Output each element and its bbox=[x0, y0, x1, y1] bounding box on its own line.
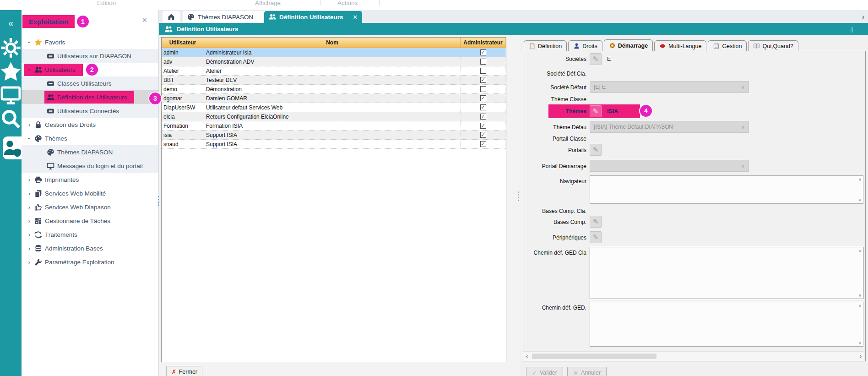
table-row-elcia[interactable]: elciaRetours Configuration ElciaOnline✓ bbox=[162, 112, 506, 121]
tree-item-imprimantes[interactable]: ›Imprimantes bbox=[22, 173, 158, 186]
horizontal-scrollbar[interactable]: ‹ › bbox=[523, 351, 864, 360]
scroll-down-icon[interactable]: ∨ bbox=[858, 340, 862, 345]
portail-demarrage-select[interactable]: ∨ bbox=[590, 160, 749, 172]
table-row-dgomar[interactable]: dgomarDamien GOMAR✓ bbox=[162, 94, 506, 103]
modules-wheel-icon[interactable] bbox=[0, 38, 22, 57]
table-row-adv[interactable]: advDémonstration ADV bbox=[162, 57, 506, 66]
tree-item-utilisateurs-connectes[interactable]: Utilisateurs Connectés bbox=[22, 104, 158, 118]
themes-picker-button[interactable]: ✎ bbox=[590, 105, 602, 117]
societes-picker-button[interactable]: ✎ bbox=[590, 53, 602, 65]
column-header-utilisateur[interactable]: Utilisateur bbox=[162, 38, 204, 48]
admin-checkbox[interactable] bbox=[480, 86, 486, 92]
menu-actions[interactable]: Actions bbox=[337, 0, 358, 6]
search-icon[interactable] bbox=[0, 109, 22, 128]
chevron-right-icon[interactable]: › bbox=[25, 190, 33, 197]
table-row-diapusersw[interactable]: DiapUserSWUtilisateur defaut Services We… bbox=[162, 103, 506, 112]
admin-checkbox-checked[interactable]: ✓ bbox=[480, 114, 486, 120]
menu-separator bbox=[220, 0, 220, 5]
fermer-button[interactable]: ✗ Fermer bbox=[166, 366, 202, 376]
tree-item-gestionnaire-de-taches[interactable]: ›Gestionnaire de Tâches bbox=[22, 214, 158, 228]
chevron-down-icon[interactable]: › bbox=[26, 65, 33, 74]
people-icon bbox=[269, 13, 276, 21]
scroll-left-icon[interactable]: ‹ bbox=[523, 353, 531, 360]
chevron-right-icon[interactable]: › bbox=[25, 259, 33, 266]
tree-item-traitements[interactable]: ›Traitements bbox=[22, 228, 158, 241]
favorites-icon[interactable] bbox=[0, 62, 22, 81]
tree-item-utilisateurs-sur-diapason[interactable]: Utilisateurs sur DIAPASON bbox=[22, 49, 158, 63]
admin-checkbox[interactable] bbox=[480, 68, 486, 74]
scrollbar-thumb[interactable] bbox=[532, 354, 656, 359]
scroll-down-icon[interactable]: ∨ bbox=[858, 293, 862, 298]
admin-checkbox-checked[interactable]: ✓ bbox=[480, 77, 486, 83]
detail-tab-demarrage[interactable]: Démarrage bbox=[604, 39, 653, 51]
chemin-ged-cla-textarea[interactable]: ∧ ∨ bbox=[590, 247, 863, 299]
close-icon[interactable]: ✕ bbox=[141, 16, 147, 24]
valider-button[interactable]: ✓ Valider bbox=[526, 367, 563, 376]
tab-home[interactable] bbox=[163, 11, 180, 23]
scroll-down-icon[interactable]: ∨ bbox=[858, 197, 862, 202]
admin-checkbox[interactable] bbox=[480, 59, 486, 65]
tree-item-themes[interactable]: ›Thèmes bbox=[22, 131, 158, 145]
tree-item-parametrage-exploitation[interactable]: ›Paramétrage Exploitation bbox=[22, 255, 158, 269]
admin-checkbox-checked[interactable]: ✓ bbox=[480, 132, 486, 138]
column-header-administrateur[interactable]: Administrateur bbox=[461, 38, 506, 48]
admin-checkbox-checked[interactable]: ✓ bbox=[480, 104, 486, 110]
bases-comp-picker-button[interactable]: ✎ bbox=[590, 216, 602, 228]
detail-tab-qui-quand[interactable]: Qui,Quand? bbox=[748, 40, 798, 51]
chevron-right-icon[interactable]: › bbox=[25, 245, 33, 252]
detail-tab-gestion[interactable]: Gestion bbox=[708, 40, 747, 51]
chevron-right-icon[interactable]: › bbox=[25, 204, 33, 211]
table-row-atelier[interactable]: AtelierAtelier bbox=[162, 66, 506, 76]
tab-themes-diapason[interactable]: Thèmes DIAPASON✕ bbox=[183, 11, 272, 23]
table-row-demo[interactable]: demoDémonstration bbox=[162, 85, 506, 94]
table-row-isia[interactable]: isiaSupport ISIA✓ bbox=[162, 131, 506, 140]
chevron-right-icon[interactable]: › bbox=[25, 121, 33, 128]
scroll-up-icon[interactable]: ∧ bbox=[858, 248, 862, 253]
close-tab-icon[interactable]: ✕ bbox=[353, 14, 358, 21]
user-security-active-item[interactable] bbox=[3, 136, 22, 159]
menu-affichage[interactable]: Affichage bbox=[255, 0, 281, 6]
tree-item-services-web-diapason[interactable]: ›Services Web Diapason bbox=[22, 200, 158, 214]
tree-item-favoris[interactable]: ›Favoris bbox=[22, 35, 158, 49]
tab-definition-utilisateurs[interactable]: Définition Utilisateurs✕ bbox=[264, 11, 362, 23]
societe-defaut-select[interactable]: [E] E ∨ bbox=[590, 81, 749, 93]
tree-item-themes-diapason[interactable]: Thèmes DIAPASON bbox=[22, 145, 158, 159]
chemin-ged-textarea[interactable]: ∧ ∨ bbox=[590, 302, 863, 347]
detail-tab-droits[interactable]: Droits bbox=[568, 40, 602, 51]
chevron-right-icon[interactable]: › bbox=[25, 231, 33, 238]
navigateur-textarea[interactable]: ∧ ∨ bbox=[590, 175, 863, 204]
menu-edition[interactable]: Edition bbox=[97, 0, 116, 6]
tree-item-gestion-des-droits[interactable]: ›Gestion des Droits bbox=[22, 118, 158, 131]
tree-item-messages-du-login-et-du-portail[interactable]: Messages du login et du portail bbox=[22, 159, 158, 173]
tab-overflow-chevron-icon[interactable]: › bbox=[862, 13, 864, 21]
table-row-snaud[interactable]: snaudSupport ISIA✓ bbox=[162, 140, 506, 149]
table-row-formation[interactable]: FormationFormation ISIA✓ bbox=[162, 121, 506, 131]
annuler-button[interactable]: ✕ Annuler bbox=[567, 367, 607, 376]
peripheriques-picker-button[interactable]: ✎ bbox=[590, 231, 602, 243]
scroll-right-icon[interactable]: › bbox=[857, 353, 864, 360]
tree-item-classes-utilisateurs[interactable]: Classes Utilisateurs bbox=[22, 76, 158, 90]
tree-item-definition-des-utilisateurs[interactable]: Définition des Utilisateurs bbox=[22, 90, 158, 104]
detail-tab-multi-langue[interactable]: Multi-Langue bbox=[654, 40, 706, 51]
column-header-nom[interactable]: Nom bbox=[204, 38, 461, 48]
chevron-right-icon[interactable]: › bbox=[25, 176, 33, 183]
admin-checkbox-checked[interactable]: ✓ bbox=[480, 49, 486, 55]
detail-tab-definition[interactable]: Définition bbox=[524, 40, 567, 51]
scroll-up-icon[interactable]: ∧ bbox=[858, 177, 862, 182]
table-row-admin[interactable]: adminAdministrateur Isia✓ bbox=[162, 48, 506, 57]
table-row-bbt[interactable]: BBTTesteur DEV✓ bbox=[162, 76, 506, 85]
admin-checkbox-checked[interactable]: ✓ bbox=[480, 95, 486, 101]
goto-end-icon[interactable]: →| bbox=[846, 26, 852, 33]
portails-picker-button[interactable]: ✎ bbox=[590, 144, 602, 156]
tree-item-services-web-mobilite[interactable]: ›Services Web Mobilité bbox=[22, 186, 158, 200]
screens-icon[interactable] bbox=[0, 86, 22, 104]
chevron-down-icon[interactable]: › bbox=[26, 38, 33, 46]
admin-checkbox-checked[interactable]: ✓ bbox=[480, 123, 486, 129]
tree-item-administration-bases[interactable]: ›Administration Bases bbox=[22, 241, 158, 255]
theme-defaut-select[interactable]: [ISIA] Thème Défaut DIAPASON ∨ bbox=[590, 121, 749, 133]
chevron-down-icon[interactable]: › bbox=[26, 134, 33, 142]
scroll-up-icon[interactable]: ∧ bbox=[858, 303, 862, 308]
chevron-right-icon[interactable]: › bbox=[25, 218, 33, 224]
collapse-sidebar-icon[interactable]: « bbox=[0, 14, 22, 32]
admin-checkbox-checked[interactable]: ✓ bbox=[480, 141, 486, 147]
